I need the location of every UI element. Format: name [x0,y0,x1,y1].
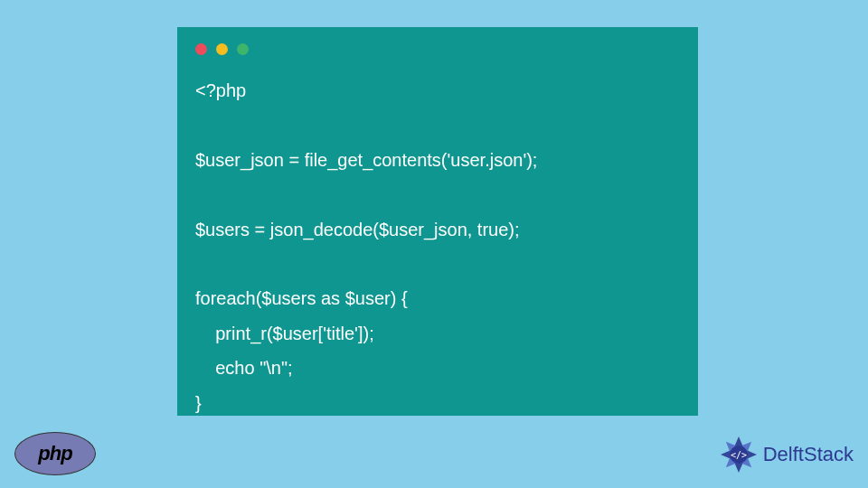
code-line: foreach($users as $user) { [195,288,408,308]
window-controls [195,43,680,55]
svg-text:</>: </> [731,450,747,460]
code-line: echo "\n"; [195,358,293,378]
close-icon [195,43,207,55]
code-content: <?php $user_json = file_get_contents('us… [195,73,680,420]
code-line: $users = json_decode($user_json, true); [195,220,520,239]
php-logo-text: php [38,442,71,465]
code-line: $user_json = file_get_contents('user.jso… [195,150,537,170]
minimize-icon [216,43,228,55]
code-line: <?php [195,80,246,100]
code-line: } [195,393,202,413]
php-logo: php [14,432,96,475]
delftstack-logo: </> DelftStack [718,434,854,475]
code-window: <?php $user_json = file_get_contents('us… [177,27,698,416]
delftstack-icon: </> [718,434,760,475]
maximize-icon [237,43,249,55]
delftstack-text: DelftStack [763,443,854,466]
code-line: print_r($user['title']); [195,324,374,343]
php-logo-ellipse: php [14,432,96,475]
